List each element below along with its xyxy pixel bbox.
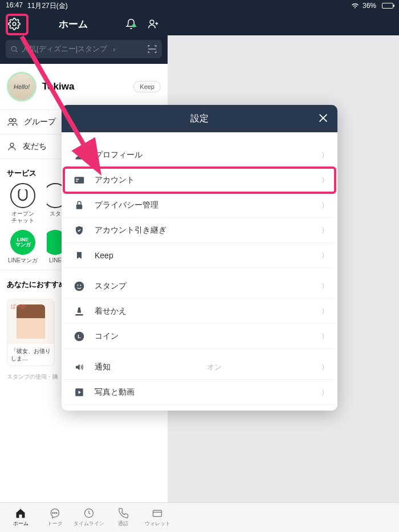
svg-rect-12 (75, 177, 84, 184)
row-label: スタンプ (95, 281, 127, 291)
chevron-right-icon: › (322, 172, 324, 188)
settings-row-lock[interactable]: プライバシー管理› (64, 193, 335, 218)
close-icon[interactable] (317, 112, 329, 124)
row-label: 通知 (95, 362, 111, 372)
smile-icon (72, 279, 87, 294)
svg-point-16 (75, 281, 84, 291)
play-icon (72, 385, 87, 400)
chevron-right-icon: › (322, 278, 324, 294)
card-icon (72, 173, 87, 188)
settings-row-coin[interactable]: Lコイン› (64, 324, 335, 349)
settings-modal: 設定 プロフィール›アカウント›プライバシー管理›アカウント引き継ぎ›Keep›… (62, 105, 337, 411)
bookmark-icon (72, 248, 87, 263)
svg-text:L: L (78, 334, 81, 339)
svg-point-11 (78, 151, 82, 155)
chevron-right-icon: › (322, 247, 324, 263)
settings-row-shield[interactable]: アカウント引き継ぎ› (64, 218, 335, 243)
brush-icon (72, 304, 87, 319)
row-label: アカウント (95, 175, 135, 185)
row-label: Keep (95, 251, 113, 260)
settings-row-smile[interactable]: スタンプ› (64, 274, 335, 299)
settings-row-brush[interactable]: 着せかえ› (64, 299, 335, 324)
chevron-right-icon: › (322, 303, 324, 319)
chevron-right-icon: › (322, 197, 324, 213)
row-status: オン (207, 362, 225, 372)
row-label: コイン (95, 331, 119, 342)
svg-rect-14 (76, 180, 78, 181)
settings-row-play[interactable]: 写真と動画› (64, 380, 335, 405)
person-icon (72, 148, 87, 163)
svg-rect-13 (76, 178, 79, 180)
svg-point-18 (80, 285, 81, 286)
shield-icon (72, 223, 87, 238)
chevron-right-icon: › (322, 328, 324, 344)
settings-row-person[interactable]: プロフィール› (64, 143, 335, 168)
modal-body: プロフィール›アカウント›プライバシー管理›アカウント引き継ぎ›Keep›スタン… (62, 132, 337, 411)
svg-rect-15 (76, 204, 83, 209)
row-label: アカウント引き継ぎ (95, 225, 166, 235)
svg-point-17 (77, 285, 78, 286)
chevron-right-icon: › (322, 222, 324, 238)
row-label: プライバシー管理 (95, 200, 158, 210)
chevron-right-icon: › (322, 384, 324, 400)
chevron-right-icon: › (322, 147, 324, 163)
row-label: プロフィール (95, 150, 142, 160)
coin-icon: L (72, 329, 87, 344)
settings-row-bookmark[interactable]: Keep› (64, 243, 335, 268)
row-label: 着せかえ (95, 306, 127, 316)
modal-header: 設定 (62, 105, 337, 132)
modal-title: 設定 (190, 113, 209, 125)
row-label: 写真と動画 (95, 387, 135, 397)
lock-icon (72, 198, 87, 213)
settings-row-card[interactable]: アカウント› (64, 168, 335, 193)
speaker-icon (72, 360, 87, 375)
chevron-right-icon: › (322, 359, 324, 375)
modal-overlay: 設定 プロフィール›アカウント›プライバシー管理›アカウント引き継ぎ›Keep›… (0, 0, 399, 532)
settings-row-speaker[interactable]: 通知オン› (64, 355, 335, 380)
